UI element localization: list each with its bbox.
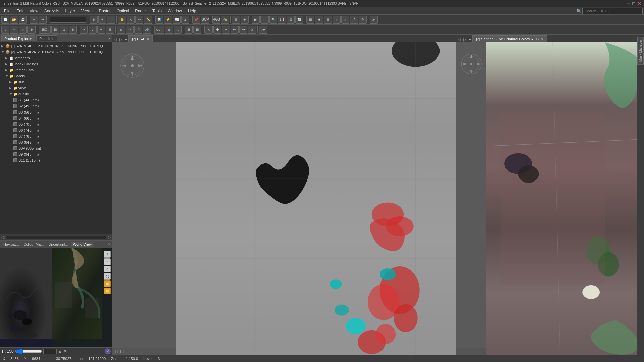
- menu-file[interactable]: File: [1, 8, 13, 14]
- zoom-in-nav[interactable]: +: [104, 251, 111, 258]
- tb2-btn17[interactable]: ⊕: [165, 26, 173, 34]
- right-nav-right[interactable]: ▷: [462, 37, 468, 42]
- display-btn[interactable]: ◉: [315, 16, 323, 24]
- tb2-btn6[interactable]: ⊟: [51, 26, 59, 34]
- tree-band-b6[interactable]: B6 (740 nm): [12, 127, 112, 133]
- zoom-out-nav[interactable]: −: [104, 258, 111, 265]
- scroll-left-btn[interactable]: ◁: [0, 235, 6, 240]
- tab-natural-close[interactable]: ×: [541, 37, 543, 41]
- rotate-left[interactable]: ↺: [350, 16, 358, 24]
- menu-raster[interactable]: Raster: [96, 8, 113, 14]
- tree-band-b8a[interactable]: B8A (865 nm): [12, 145, 112, 151]
- zoom-out-button[interactable]: -: [107, 16, 115, 24]
- tool-extra2[interactable]: ◈: [241, 16, 249, 24]
- tab-navigator[interactable]: Navigat...: [1, 242, 21, 247]
- zoom-link-nav[interactable]: ⊡: [104, 288, 111, 294]
- menu-window[interactable]: Window: [165, 8, 185, 14]
- tree-sun[interactable]: ▶ 📁 sun: [8, 79, 112, 85]
- statistics-button[interactable]: Σ: [181, 16, 189, 24]
- menu-view[interactable]: View: [27, 8, 41, 14]
- tb2-btn22[interactable]: ✚: [213, 26, 221, 34]
- new-button[interactable]: 📄: [1, 16, 9, 24]
- zoom-fit2[interactable]: ⊡: [287, 16, 295, 24]
- tb2-btn2[interactable]: ↔: [10, 26, 18, 34]
- angle-down-btn[interactable]: ▼: [63, 349, 67, 354]
- tb2-btn12[interactable]: ⊞: [106, 26, 114, 34]
- search-input[interactable]: [582, 8, 643, 14]
- horizontal-scrollbar[interactable]: [6, 236, 106, 239]
- mask-manager-tab[interactable]: Mask Manager: [637, 37, 644, 65]
- draw-button[interactable]: ✏: [135, 16, 143, 24]
- panel-close-button[interactable]: ×: [108, 36, 111, 41]
- tb2-btn3[interactable]: ⤢: [19, 26, 27, 34]
- menu-optical[interactable]: Optical: [114, 8, 132, 14]
- tb2-btn10[interactable]: ↙: [89, 26, 97, 34]
- layer-btn[interactable]: ▦: [306, 16, 314, 24]
- zoom-sync-nav[interactable]: ⊞: [104, 280, 111, 287]
- tb2-btn24[interactable]: ⊷: [231, 26, 239, 34]
- rgb-button[interactable]: RGB: [212, 16, 220, 24]
- bottom-panel-close[interactable]: ×: [108, 242, 111, 247]
- open-button[interactable]: 📂: [10, 16, 18, 24]
- arrow-right[interactable]: ▷: [341, 16, 349, 24]
- tree-quality[interactable]: ▼ 📁 quality: [8, 91, 112, 97]
- tb2-btn23[interactable]: ⊸: [222, 26, 230, 34]
- tb2-btn5[interactable]: ⊞⊡: [39, 26, 51, 34]
- nav-thumbnail-2[interactable]: + − ○ ◎ ⊞ ⊡: [52, 248, 112, 347]
- tree-band-b7[interactable]: B7 (783 nm): [12, 133, 112, 139]
- tree-product-1[interactable]: ▶ 📦 [1] S2A_MSIL1C_20190628T023551_N0207…: [0, 43, 112, 49]
- right-nav-down[interactable]: ▾: [468, 37, 472, 42]
- nav-down-btn[interactable]: ▾: [124, 37, 128, 42]
- right-satellite-image[interactable]: [486, 42, 637, 355]
- select-button[interactable]: ↖: [127, 16, 135, 24]
- tb2-btn1[interactable]: ↕: [1, 26, 9, 34]
- menu-analysis[interactable]: Analysis: [42, 8, 62, 14]
- angle-input[interactable]: 0°: [43, 349, 57, 354]
- redo-button[interactable]: ↪: [39, 16, 47, 24]
- tree-product-2[interactable]: ▼ 📦 [2] S2A_MSIL2A_20190628T023551_N9999…: [0, 49, 112, 55]
- tab-world-view[interactable]: World View: [71, 242, 94, 247]
- nav-thumbnail-1[interactable]: [0, 248, 52, 347]
- tb2-btn13[interactable]: ◈: [117, 26, 125, 34]
- tree-band-b3[interactable]: B3 (560 nm): [12, 109, 112, 115]
- nav-left-btn[interactable]: ◁: [112, 37, 118, 42]
- tb2-btn4[interactable]: ⊕: [27, 26, 36, 34]
- mask-button[interactable]: 🎭: [221, 16, 229, 24]
- tree-vector-data[interactable]: ▶ 📁 Vector Data: [4, 67, 112, 73]
- tb2-btn16[interactable]: 🔗: [143, 26, 151, 34]
- gcp-button[interactable]: GCP: [201, 16, 209, 24]
- tree-bands[interactable]: ▼ 📁 Bands: [4, 73, 112, 79]
- menu-help[interactable]: Help: [185, 8, 199, 14]
- tb2-btn25[interactable]: ⊶: [239, 26, 247, 34]
- help-button[interactable]: ?: [105, 348, 111, 354]
- tb2-btn15[interactable]: ⚐: [134, 26, 142, 34]
- nav-btn2[interactable]: ⊟: [324, 16, 332, 24]
- panel-scrollbar[interactable]: ◁ ▷: [0, 234, 112, 240]
- tb2-btn27[interactable]: ≫: [259, 26, 267, 34]
- menu-layer[interactable]: Layer: [63, 8, 78, 14]
- zoom-in-button[interactable]: +: [98, 16, 106, 24]
- tb2-btn19[interactable]: ▦: [185, 26, 193, 34]
- tb2-gcp[interactable]: GCP: [154, 26, 164, 34]
- nav-right-btn[interactable]: ▷: [118, 37, 124, 42]
- menu-vector[interactable]: Vector: [79, 8, 96, 14]
- minimize-button[interactable]: ─: [627, 1, 630, 6]
- tab-colour-map[interactable]: Colour Ma...: [21, 242, 46, 247]
- menu-edit[interactable]: Edit: [14, 8, 26, 14]
- zoom-auto-nav[interactable]: ◎: [104, 273, 111, 280]
- tree-band-b8[interactable]: B8 (842 nm): [12, 139, 112, 145]
- maximize-button[interactable]: □: [632, 1, 635, 6]
- scatter-button[interactable]: ⚡: [164, 16, 172, 24]
- tree-band-b9[interactable]: B9 (945 nm): [12, 151, 112, 157]
- tb2-btn18[interactable]: △: [174, 26, 182, 34]
- zoom-100[interactable]: 1:1: [278, 16, 286, 24]
- histogram-button[interactable]: 📊: [155, 16, 163, 24]
- tab-bsa[interactable]: [2] BSA ×: [128, 35, 153, 42]
- arrow-left[interactable]: ◁: [333, 16, 341, 24]
- tool-extra1[interactable]: ⊞: [232, 16, 240, 24]
- tree-band-b4[interactable]: B4 (665 nm): [12, 115, 112, 121]
- more-btn[interactable]: ≫: [370, 16, 378, 24]
- close-button[interactable]: ✕: [638, 1, 641, 6]
- coord-input[interactable]: 604,-5/634980: [50, 17, 86, 23]
- scale-slider[interactable]: [15, 349, 42, 354]
